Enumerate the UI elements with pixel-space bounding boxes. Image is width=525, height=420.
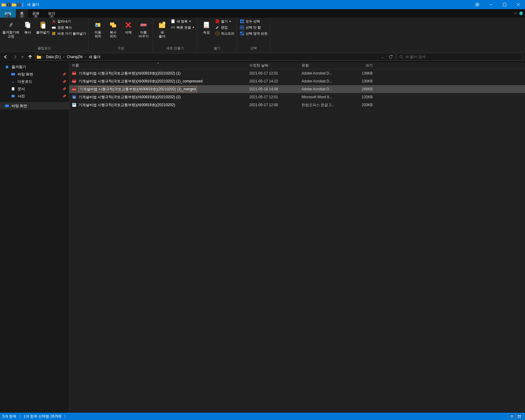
- svg-rect-9: [503, 3, 506, 6]
- svg-text:PDF: PDF: [72, 73, 76, 75]
- history-button[interactable]: 히스토리: [215, 31, 234, 36]
- nav-recent-button[interactable]: [20, 53, 25, 61]
- column-date[interactable]: 수정한 날짜: [247, 62, 299, 69]
- tab-file[interactable]: 파일 F: [0, 9, 16, 18]
- svg-marker-65: [12, 80, 14, 83]
- file-type-icon: PDF: [72, 87, 77, 92]
- ribbon-home: 즐겨찾기에 고정 복사 붙여넣기 잘라내기 경로 복사 바로 가기 붙여넣기 클…: [0, 18, 525, 52]
- sidebar-item-desktop-root[interactable]: 바탕 화면: [0, 102, 69, 109]
- sidebar-item-pictures[interactable]: 사진📌: [0, 92, 69, 100]
- svg-point-20: [52, 22, 54, 23]
- view-details-button[interactable]: [509, 414, 515, 419]
- svg-line-62: [402, 57, 403, 59]
- pin-icon: 📌: [62, 73, 66, 76]
- svg-rect-85: [518, 417, 519, 418]
- svg-rect-58: [37, 56, 41, 59]
- file-row[interactable]: W기계설비법 시행규칙(국토교통부령)(제00819호)(20210202) (…: [69, 93, 525, 101]
- breadcrumb[interactable]: › Data (D:) › ChangZhi › 새 폴더 ⌄: [35, 53, 395, 61]
- column-name[interactable]: ▲이름: [69, 62, 247, 69]
- invert-selection-button[interactable]: 선택 영역 반전: [240, 31, 268, 36]
- pin-icon: 📌: [62, 87, 66, 91]
- svg-marker-43: [216, 26, 219, 29]
- column-headers: ▲이름 수정한 날짜 유형 크기: [69, 62, 525, 69]
- delete-button[interactable]: 삭제: [122, 19, 135, 34]
- svg-rect-4: [475, 3, 477, 4]
- file-row[interactable]: 기계설비법 시행규칙(국토교통부령)(제00819호)(20210202)202…: [69, 101, 525, 109]
- edit-button[interactable]: 편집: [215, 25, 234, 30]
- search-box[interactable]: [396, 53, 523, 61]
- svg-marker-14: [8, 22, 13, 28]
- sidebar-item-downloads[interactable]: 다운로드📌: [0, 78, 69, 85]
- easy-access-button[interactable]: 빠른 연결 ▼: [171, 25, 195, 30]
- breadcrumb-item[interactable]: Data (D:): [43, 55, 63, 59]
- svg-rect-79: [73, 104, 75, 105]
- svg-rect-45: [240, 19, 242, 21]
- svg-rect-78: [72, 103, 76, 107]
- move-to-button[interactable]: 이동 위치: [91, 19, 105, 38]
- folder-icon: [1, 2, 7, 8]
- file-name: 기계설비법 시행규칙(국토교통부령)(제00819호)(20210202) (1…: [78, 71, 181, 76]
- ribbon-minimize-icon[interactable]: [513, 11, 518, 16]
- svg-rect-3: [12, 3, 14, 4]
- sidebar-item-documents[interactable]: 문서📌: [0, 85, 69, 92]
- chevron-down-icon[interactable]: ⌄: [378, 55, 386, 59]
- properties-button[interactable]: 속성: [200, 19, 213, 34]
- svg-rect-67: [12, 95, 15, 97]
- status-item-count: 5개 항목: [2, 414, 16, 419]
- close-button[interactable]: [511, 0, 525, 9]
- minimize-button[interactable]: [484, 0, 498, 9]
- file-row[interactable]: PDF기계설비법 시행규칙(국토교통부령)(제00819호)(20210202)…: [69, 85, 525, 93]
- svg-marker-63: [5, 65, 9, 69]
- nav-back-button[interactable]: [2, 53, 10, 61]
- svg-rect-16: [26, 23, 30, 28]
- file-type: 한컴오피스 한글 2...: [299, 102, 347, 108]
- tab-home[interactable]: 홈 H: [16, 9, 28, 18]
- svg-rect-6: [475, 5, 477, 6]
- help-icon[interactable]: ?: [519, 11, 523, 16]
- sidebar-quick-access[interactable]: 즐겨찾기: [0, 63, 69, 71]
- select-all-button[interactable]: 모두 선택: [240, 19, 268, 24]
- tab-share[interactable]: 공유 S: [28, 9, 44, 18]
- svg-rect-36: [159, 23, 161, 24]
- breadcrumb-item[interactable]: ChangZhi: [64, 55, 85, 59]
- view-thumbnails-button[interactable]: [516, 414, 523, 419]
- nav-up-button[interactable]: [26, 53, 34, 61]
- select-none-button[interactable]: 선택 안 함: [240, 25, 268, 30]
- svg-rect-64: [11, 73, 15, 75]
- tab-view[interactable]: 보기 V: [44, 9, 60, 18]
- column-size[interactable]: 크기: [347, 62, 375, 69]
- copy-button[interactable]: 복사: [21, 19, 34, 34]
- paste-button[interactable]: 붙여넣기: [36, 19, 50, 34]
- sidebar-item-desktop[interactable]: 바탕 화면📌: [0, 71, 69, 78]
- refresh-button[interactable]: [386, 55, 395, 59]
- file-name: 기계설비법 시행규칙(국토교통부령)(제00819호)(20210202) (1…: [78, 79, 202, 84]
- svg-rect-50: [242, 26, 244, 27]
- status-bar: 5개 항목 | 1개 항목 선택함 267KB |: [0, 413, 525, 420]
- maximize-button[interactable]: [498, 0, 511, 9]
- svg-rect-84: [520, 415, 521, 416]
- app-mode-button[interactable]: [470, 0, 484, 9]
- rename-button[interactable]: 이름 바꾸기: [137, 19, 150, 38]
- file-date: 2021-05-17 12:00: [247, 103, 299, 107]
- cut-button[interactable]: 잘라내기: [51, 19, 86, 24]
- pin-quick-access-button[interactable]: 즐겨찾기에 고정: [2, 19, 19, 38]
- open-button[interactable]: 열기 ▼: [215, 19, 234, 24]
- new-folder-button[interactable]: 새 폴더: [155, 19, 169, 38]
- svg-rect-59: [37, 55, 39, 56]
- breadcrumb-item[interactable]: 새 폴더: [86, 54, 103, 60]
- file-name: 기계설비법 시행규칙(국토교통부령)(제00819호)(20210202): [78, 102, 175, 108]
- search-input[interactable]: [405, 55, 520, 59]
- file-type-icon: PDF: [72, 71, 77, 76]
- scissors-icon: [51, 19, 56, 24]
- copy-to-button[interactable]: 복사 위치: [106, 19, 120, 38]
- paste-shortcut-button[interactable]: 바로 가기 붙여넣기: [51, 31, 86, 36]
- new-item-button[interactable]: 새 항목 ▼: [171, 19, 195, 24]
- file-row[interactable]: PDF기계설비법 시행규칙(국토교통부령)(제00819호)(20210202)…: [69, 77, 525, 85]
- svg-rect-39: [171, 27, 175, 28]
- copy-path-button[interactable]: 경로 복사: [51, 25, 86, 30]
- column-type[interactable]: 유형: [299, 62, 347, 69]
- svg-rect-54: [242, 32, 244, 33]
- svg-rect-7: [478, 5, 479, 6]
- file-row[interactable]: PDF기계설비법 시행규칙(국토교통부령)(제00819호)(20210202)…: [69, 69, 525, 77]
- nav-forward-button[interactable]: [11, 53, 19, 61]
